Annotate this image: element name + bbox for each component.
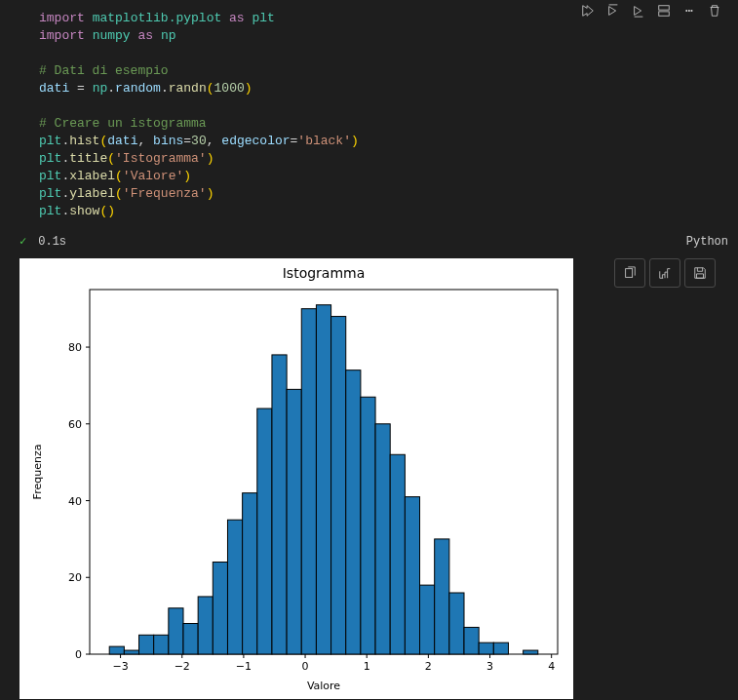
attr: random: [115, 81, 161, 96]
op: =: [77, 81, 85, 96]
paren: ): [107, 204, 115, 218]
histogram-bar: [316, 305, 330, 654]
histogram-bar: [272, 355, 287, 654]
x-tick-label: −3: [112, 660, 128, 673]
fn: show: [69, 204, 99, 218]
run-by-line-icon[interactable]: [579, 2, 597, 19]
module: matplotlib.pyplot: [93, 11, 222, 25]
paren: ): [351, 134, 359, 148]
str: 'Istogramma': [115, 151, 207, 166]
x-tick-label: 1: [364, 660, 370, 673]
histogram-bar: [479, 642, 493, 654]
obj: plt: [39, 169, 61, 183]
more-actions-icon[interactable]: ⋯: [680, 2, 698, 19]
histogram-bar: [361, 397, 375, 654]
y-tick-label: 80: [68, 341, 82, 354]
histogram-bar: [287, 389, 301, 654]
y-tick-label: 40: [68, 495, 82, 508]
paren: ): [207, 151, 214, 166]
save-output-icon[interactable]: [684, 258, 716, 288]
x-tick-label: 2: [425, 660, 432, 673]
execute-below-icon[interactable]: [630, 2, 647, 19]
dot: .: [107, 81, 115, 96]
chart-title: Istogramma: [283, 265, 366, 281]
paren: ): [207, 186, 214, 201]
execute-above-icon[interactable]: [604, 2, 622, 19]
cell-toolbar: ⋯: [579, 2, 723, 19]
svg-rect-0: [659, 6, 670, 10]
svg-rect-2: [626, 269, 633, 278]
histogram-bar: [493, 642, 508, 654]
paren: (: [107, 151, 115, 166]
code-cell: ⋯ import matplotlib.pyplot as plt import…: [0, 0, 738, 699]
histogram-bar: [198, 597, 213, 654]
dot: .: [161, 81, 169, 96]
arg: dati: [107, 134, 137, 148]
obj: plt: [39, 186, 61, 201]
copy-output-icon[interactable]: [614, 258, 645, 288]
success-check-icon: ✓: [19, 234, 26, 249]
histogram-bar: [169, 608, 183, 654]
comment: # Creare un istogramma: [39, 116, 207, 131]
str: 'black': [297, 134, 351, 148]
kw-as: as: [137, 28, 153, 43]
expand-image-icon[interactable]: [649, 258, 680, 288]
op: =: [183, 134, 191, 148]
fn: xlabel: [69, 169, 115, 183]
histogram-bar: [464, 627, 479, 654]
fn: hist: [69, 134, 99, 148]
histogram-bar: [420, 585, 435, 654]
exec-time: 0.1s: [38, 235, 66, 249]
y-tick-label: 60: [68, 418, 82, 431]
x-tick-label: −2: [175, 660, 190, 673]
histogram-bar: [124, 650, 138, 654]
obj: np: [93, 81, 108, 96]
comma: ,: [207, 134, 222, 148]
alias: np: [161, 28, 176, 43]
comma: ,: [137, 134, 153, 148]
fn: title: [69, 151, 107, 166]
fn: ylabel: [69, 186, 115, 201]
paren: ): [183, 169, 191, 183]
paren: (: [115, 169, 123, 183]
histogram-bar: [183, 624, 198, 654]
histogram-bar: [257, 408, 272, 654]
code-editor[interactable]: import matplotlib.pyplot as plt import n…: [0, 0, 738, 230]
histogram-bar: [213, 563, 227, 654]
histogram-bar: [331, 317, 346, 654]
kw-import: import: [39, 11, 85, 25]
x-tick-label: 3: [486, 660, 493, 673]
var: dati: [39, 81, 69, 96]
kernel-language[interactable]: Python: [686, 235, 728, 249]
kwarg: bins: [153, 134, 183, 148]
output-toolbar: [614, 258, 716, 288]
module: numpy: [93, 28, 131, 43]
x-tick-label: 4: [548, 660, 555, 673]
histogram-bar: [154, 635, 169, 654]
histogram-bar: [243, 493, 257, 654]
str: 'Frequenza': [123, 186, 207, 201]
y-tick-label: 0: [75, 648, 82, 661]
y-axis-label: Frequenza: [31, 445, 44, 500]
chart-output: Istogramma−3−2−101234020406080ValoreFreq…: [19, 258, 573, 699]
histogram-bar: [435, 539, 449, 654]
y-tick-label: 20: [68, 571, 82, 584]
split-cell-icon[interactable]: [655, 2, 673, 19]
kw-as: as: [229, 11, 245, 25]
kw-import: import: [39, 28, 85, 43]
fn: randn: [169, 81, 207, 96]
status-bar: ✓ 0.1s Python: [0, 230, 738, 253]
alias: plt: [252, 11, 274, 25]
output-area: Istogramma−3−2−101234020406080ValoreFreq…: [0, 253, 738, 699]
histogram-bar: [449, 593, 464, 654]
x-tick-label: 0: [302, 660, 309, 673]
histogram-bar: [139, 635, 154, 654]
x-axis-label: Valore: [307, 680, 340, 692]
histogram-bar: [346, 370, 361, 654]
delete-cell-icon[interactable]: [706, 2, 723, 19]
histogram-bar: [227, 520, 242, 654]
histogram-bar: [390, 454, 405, 654]
svg-rect-1: [659, 12, 670, 16]
histogram-chart: Istogramma−3−2−101234020406080ValoreFreq…: [19, 258, 573, 699]
paren: (: [115, 186, 123, 201]
